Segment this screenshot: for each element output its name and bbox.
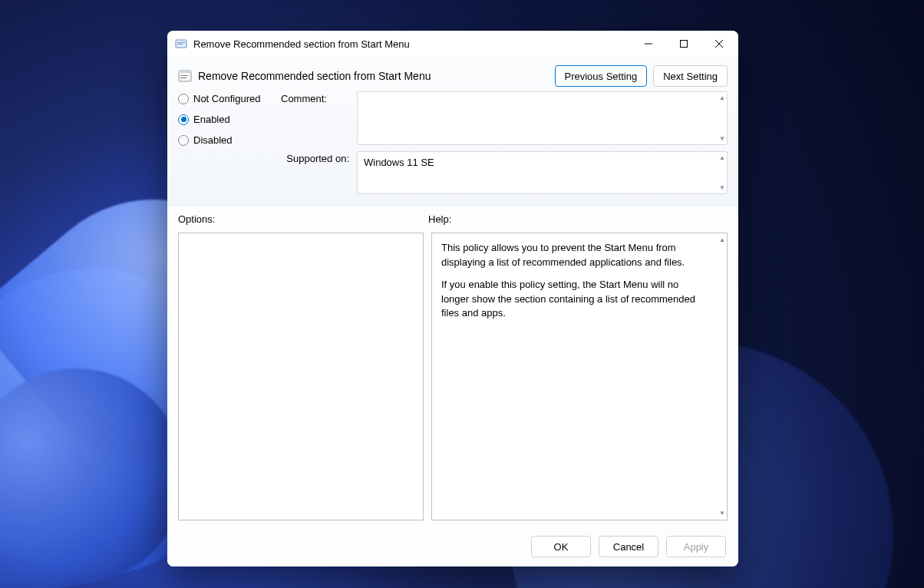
scroll-arrows[interactable]: ▲▼	[719, 92, 725, 144]
help-paragraph: If you enable this policy setting, the S…	[441, 278, 708, 322]
chevron-up-icon: ▲	[719, 154, 725, 161]
svg-rect-4	[681, 41, 688, 48]
help-panel: This policy allows you to prevent the St…	[431, 233, 728, 520]
minimize-button[interactable]	[631, 31, 666, 56]
radio-label: Enabled	[193, 114, 230, 125]
radio-label: Disabled	[193, 134, 233, 146]
maximize-button[interactable]	[666, 31, 701, 56]
close-button[interactable]	[701, 31, 737, 56]
window-title: Remove Recommended section from Start Me…	[193, 38, 631, 50]
svg-rect-9	[180, 75, 188, 76]
svg-rect-8	[179, 71, 191, 73]
svg-rect-1	[177, 42, 185, 43]
radio-not-configured[interactable]: Not Configured	[178, 93, 278, 104]
policy-title: Remove Recommended section from Start Me…	[198, 70, 549, 82]
help-text: This policy allows you to prevent the St…	[432, 233, 718, 520]
svg-rect-2	[177, 44, 183, 45]
radio-icon	[178, 135, 189, 146]
desktop-background: Remove Recommended section from Start Me…	[0, 0, 924, 588]
chevron-up-icon: ▲	[719, 236, 725, 243]
policy-header-section: Remove Recommended section from Start Me…	[167, 58, 738, 206]
supported-on-box: Windows 11 SE ▲▼	[357, 151, 728, 194]
radio-disabled[interactable]: Disabled	[178, 134, 278, 146]
help-label: Help:	[428, 213, 451, 225]
comment-textarea[interactable]: ▲▼	[357, 91, 728, 145]
chevron-down-icon: ▼	[719, 184, 725, 191]
radio-label: Not Configured	[193, 93, 260, 104]
apply-button[interactable]: Apply	[666, 536, 726, 557]
radio-enabled[interactable]: Enabled	[178, 114, 278, 125]
scroll-arrows[interactable]: ▲▼	[719, 152, 725, 193]
svg-rect-10	[180, 78, 186, 78]
chevron-down-icon: ▼	[719, 135, 725, 142]
policy-body-section: Options: Help: This policy allows you to…	[167, 206, 738, 527]
help-paragraph: This policy allows you to prevent the St…	[441, 241, 708, 270]
titlebar[interactable]: Remove Recommended section from Start Me…	[167, 31, 738, 58]
policy-icon	[178, 69, 192, 83]
policy-editor-window: Remove Recommended section from Start Me…	[167, 31, 738, 567]
chevron-down-icon: ▼	[719, 510, 725, 517]
radio-icon	[178, 94, 189, 104]
options-label: Options:	[178, 213, 428, 225]
help-scrollbar[interactable]: ▲ ▼	[718, 233, 727, 520]
supported-on-label: Supported on:	[281, 151, 354, 194]
previous-setting-button[interactable]: Previous Setting	[555, 65, 648, 87]
chevron-up-icon: ▲	[719, 94, 725, 101]
comment-label: Comment:	[281, 91, 354, 145]
next-setting-button[interactable]: Next Setting	[653, 65, 728, 87]
app-icon	[175, 38, 187, 50]
options-panel	[178, 233, 424, 520]
ok-button[interactable]: OK	[531, 536, 591, 557]
supported-on-value: Windows 11 SE	[364, 157, 434, 168]
cancel-button[interactable]: Cancel	[599, 536, 658, 557]
dialog-footer: OK Cancel Apply	[167, 527, 738, 567]
radio-icon	[178, 114, 189, 125]
